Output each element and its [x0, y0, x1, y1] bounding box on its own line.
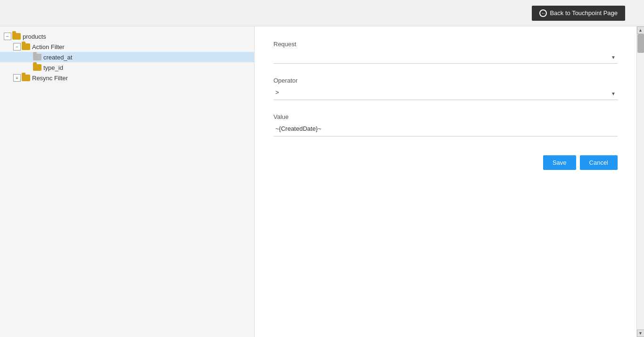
scroll-track[interactable] — [637, 34, 644, 329]
back-icon — [539, 9, 547, 17]
scrollbar: ▲ ▼ — [636, 26, 644, 337]
request-select[interactable] — [273, 51, 618, 61]
tree-label-action-filter: Action Filter — [32, 43, 65, 51]
toggle-placeholder-created-at — [25, 53, 32, 61]
tree-label-resync-filter: Resync Filter — [32, 75, 68, 82]
operator-group: Operator > < ＝ >= <= ▼ — [273, 77, 618, 100]
folder-icon-resync-filter — [22, 75, 30, 81]
toggle-products[interactable]: − — [4, 33, 11, 40]
tree-label-created-at: created_at — [43, 54, 72, 61]
scroll-down-arrow[interactable]: ▼ — [637, 329, 644, 337]
back-to-touchpoint-button[interactable]: Back to Touchpoint Page — [532, 6, 625, 21]
folder-icon-products — [12, 33, 21, 40]
value-group: Value — [273, 113, 618, 136]
folder-icon-created-at — [33, 54, 41, 60]
operator-label: Operator — [273, 77, 618, 84]
value-input[interactable] — [273, 123, 618, 134]
tree-item-products[interactable]: − products — [0, 31, 254, 42]
scroll-thumb — [637, 34, 644, 53]
tree-item-resync-filter[interactable]: + Resync Filter — [0, 73, 254, 83]
request-label: Request — [273, 41, 618, 48]
tree-item-action-filter[interactable]: − Action Filter — [0, 42, 254, 52]
toggle-action-filter[interactable]: − — [13, 43, 21, 51]
tree-item-created-at[interactable]: created_at — [0, 52, 254, 62]
left-panel: − products − Action Filter created_at ty… — [0, 26, 255, 337]
back-button-label: Back to Touchpoint Page — [550, 9, 618, 17]
operator-select[interactable]: > < ＝ >= <= — [273, 87, 618, 98]
form-actions: Save Cancel — [273, 155, 618, 170]
request-select-wrapper: ▼ — [273, 51, 618, 64]
right-panel: Request ▼ Operator > < ＝ >= <= ▼ — [255, 26, 636, 337]
operator-select-wrapper: > < ＝ >= <= ▼ — [273, 87, 618, 100]
save-button[interactable]: Save — [543, 155, 576, 170]
tree-label-products: products — [23, 33, 46, 40]
value-input-wrapper — [273, 123, 618, 136]
top-bar: Back to Touchpoint Page — [0, 0, 644, 26]
value-label: Value — [273, 113, 618, 120]
toggle-resync-filter[interactable]: + — [13, 74, 21, 82]
main-layout: − products − Action Filter created_at ty… — [0, 26, 644, 337]
folder-icon-type-id — [33, 64, 41, 71]
tree-item-type-id[interactable]: type_id — [0, 62, 254, 73]
cancel-button[interactable]: Cancel — [580, 155, 618, 170]
request-group: Request ▼ — [273, 41, 618, 64]
scroll-up-arrow[interactable]: ▲ — [637, 26, 644, 34]
folder-icon-action-filter — [22, 43, 30, 50]
toggle-placeholder-type-id — [25, 64, 32, 71]
tree-label-type-id: type_id — [43, 64, 63, 71]
